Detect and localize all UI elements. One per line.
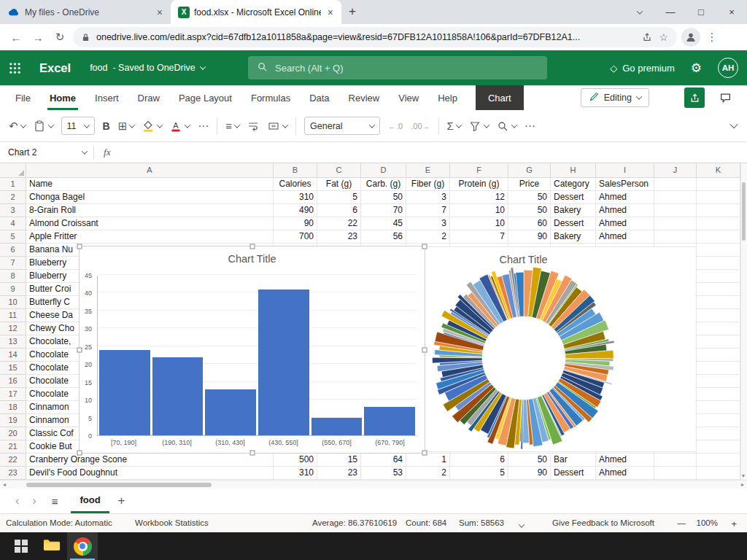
cell[interactable]: [697, 362, 740, 375]
ribbon-tab-formulas[interactable]: Formulas: [241, 85, 300, 110]
row-header-5[interactable]: 5: [0, 230, 26, 244]
cell[interactable]: 6: [450, 454, 508, 467]
cell[interactable]: [697, 230, 740, 244]
cell[interactable]: Protein (g): [450, 178, 508, 191]
cell[interactable]: 50: [508, 454, 551, 467]
cell[interactable]: 50: [508, 191, 551, 204]
cell[interactable]: 22: [317, 217, 361, 230]
cell[interactable]: [697, 322, 740, 335]
row-header-17[interactable]: 17: [0, 388, 26, 401]
cell[interactable]: [697, 467, 740, 480]
column-header-k[interactable]: K: [697, 163, 740, 178]
cell[interactable]: Name: [26, 178, 274, 191]
cell[interactable]: 23: [317, 230, 361, 244]
cell[interactable]: 64: [361, 454, 406, 467]
chart-resize-handle[interactable]: [422, 347, 427, 352]
cell[interactable]: Bakery: [551, 230, 596, 244]
cell[interactable]: [697, 440, 740, 454]
cell[interactable]: 490: [274, 204, 317, 217]
column-header-b[interactable]: B: [274, 163, 317, 178]
font-size-input[interactable]: 11: [61, 117, 95, 135]
close-button[interactable]: ×: [716, 0, 747, 24]
cell[interactable]: 10: [450, 217, 508, 230]
row-header-20[interactable]: 20: [0, 427, 26, 440]
aggregate-average[interactable]: Average: 86.37610619: [312, 518, 397, 527]
more-font-options-icon[interactable]: ⋯: [198, 120, 209, 133]
document-title[interactable]: food - Saved to OneDrive: [90, 63, 205, 73]
forward-icon[interactable]: →: [29, 31, 47, 44]
cell[interactable]: Ahmed: [596, 217, 654, 230]
feedback-link[interactable]: Give Feedback to Microsoft: [552, 518, 654, 527]
chart-resize-handle[interactable]: [422, 244, 427, 249]
align-icon[interactable]: ≡: [225, 120, 239, 132]
row-header-10[interactable]: 10: [0, 296, 26, 309]
ribbon-tab-page-layout[interactable]: Page Layout: [169, 85, 241, 110]
scroll-right-icon[interactable]: ▸: [741, 481, 744, 489]
row-header-19[interactable]: 19: [0, 414, 26, 427]
ribbon-tab-review[interactable]: Review: [339, 85, 390, 110]
cell[interactable]: 10: [450, 204, 508, 217]
chart-resize-handle[interactable]: [249, 451, 255, 456]
new-tab-button[interactable]: +: [349, 4, 356, 19]
column-header-j[interactable]: J: [654, 163, 697, 178]
app-launcher-icon[interactable]: [9, 62, 35, 74]
cell[interactable]: [697, 191, 740, 204]
autosum-icon[interactable]: Σ: [447, 120, 461, 132]
comments-button[interactable]: [716, 89, 734, 106]
cell[interactable]: [697, 414, 740, 427]
row-header-21[interactable]: 21: [0, 440, 26, 454]
chart-resize-handle[interactable]: [77, 244, 82, 249]
cell[interactable]: Ahmed: [596, 467, 654, 480]
font-color-icon[interactable]: A: [170, 120, 190, 132]
cell[interactable]: Ahmed: [596, 230, 654, 244]
cell[interactable]: Bakery: [551, 204, 596, 217]
cell[interactable]: 6: [317, 204, 361, 217]
cell[interactable]: 310: [274, 191, 317, 204]
row-header-2[interactable]: 2: [0, 191, 26, 204]
cell[interactable]: [697, 283, 740, 296]
ribbon-tab-view[interactable]: View: [389, 85, 428, 110]
column-header-g[interactable]: G: [508, 163, 551, 178]
bold-button[interactable]: B: [103, 120, 110, 132]
scroll-down-icon[interactable]: ▾: [742, 472, 745, 480]
column-header-e[interactable]: E: [406, 163, 450, 178]
row-header-4[interactable]: 4: [0, 217, 26, 230]
column-header-a[interactable]: A: [26, 163, 274, 178]
column-header-c[interactable]: C: [317, 163, 361, 178]
aggregate-count[interactable]: Count: 684: [406, 518, 446, 527]
row-header-8[interactable]: 8: [0, 270, 26, 283]
cell[interactable]: Ahmed: [596, 191, 654, 204]
cell[interactable]: 500: [274, 454, 317, 467]
cell[interactable]: 3: [406, 191, 450, 204]
cell[interactable]: 56: [361, 230, 406, 244]
row-header-3[interactable]: 3: [0, 204, 26, 217]
scroll-left-icon[interactable]: ◂: [3, 481, 6, 489]
cell[interactable]: 8-Grain Roll: [26, 204, 274, 217]
editing-mode-button[interactable]: Editing: [581, 88, 649, 107]
cell[interactable]: [697, 309, 740, 322]
start-button[interactable]: [6, 532, 36, 560]
zoom-in-button[interactable]: +: [731, 518, 737, 529]
more-commands-icon[interactable]: ⋯: [525, 120, 535, 133]
cell[interactable]: [697, 401, 740, 414]
cell[interactable]: 12: [450, 191, 508, 204]
refresh-icon[interactable]: ↻: [51, 31, 69, 44]
cell[interactable]: 7: [450, 230, 508, 244]
url-bar[interactable]: onedrive.live.com/edit.aspx?cid=67dfb12a…: [73, 27, 677, 47]
row-header-23[interactable]: 23: [0, 467, 26, 480]
cell[interactable]: 70: [361, 204, 406, 217]
cell[interactable]: [697, 427, 740, 440]
cell[interactable]: SalesPerson: [596, 178, 654, 191]
cell[interactable]: [697, 454, 740, 467]
cell[interactable]: 700: [274, 230, 317, 244]
cell[interactable]: 5: [317, 191, 361, 204]
select-all-corner[interactable]: [0, 163, 26, 178]
row-header-7[interactable]: 7: [0, 257, 26, 270]
tab-close-icon[interactable]: ×: [155, 7, 165, 18]
find-icon[interactable]: [497, 120, 516, 132]
cell[interactable]: Chonga Bagel: [26, 191, 274, 204]
formula-input[interactable]: [120, 142, 747, 163]
cell[interactable]: 2: [406, 467, 450, 480]
cell[interactable]: [654, 204, 697, 217]
undo-icon[interactable]: ↶: [9, 120, 26, 133]
